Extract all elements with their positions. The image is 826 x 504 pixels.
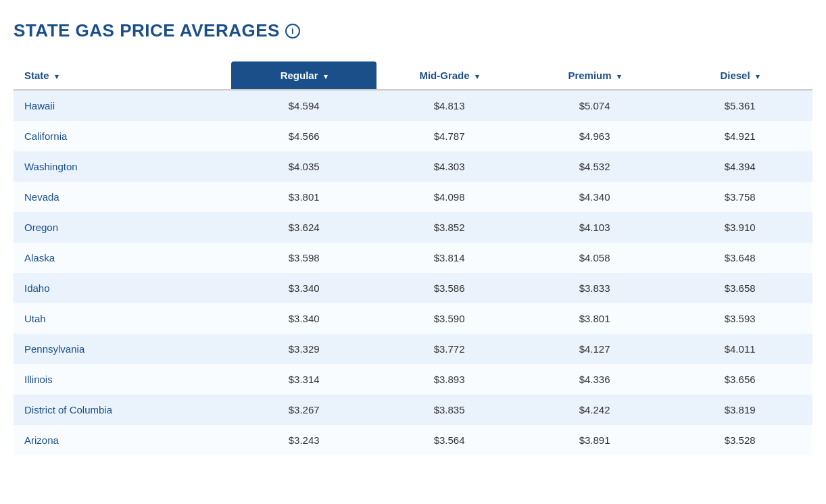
regular-price-cell: $3.340 <box>231 303 376 334</box>
col-state[interactable]: State ▾ <box>14 61 231 90</box>
table-header-row: State ▾ Regular ▾ Mid-Grade ▾ Premium ▾ … <box>14 61 812 90</box>
midgrade-price-cell: $3.590 <box>376 303 522 334</box>
state-cell[interactable]: Illinois <box>14 364 231 395</box>
diesel-price-cell: $3.758 <box>667 182 812 212</box>
col-premium[interactable]: Premium ▾ <box>522 61 667 90</box>
col-midgrade[interactable]: Mid-Grade ▾ <box>376 61 522 90</box>
midgrade-price-cell: $3.586 <box>376 273 522 303</box>
midgrade-price-cell: $3.893 <box>376 364 522 395</box>
midgrade-price-cell: $3.835 <box>376 395 522 425</box>
diesel-price-cell: $4.921 <box>667 121 812 151</box>
regular-price-cell: $3.314 <box>231 364 376 395</box>
table-row: Oregon$3.624$3.852$4.103$3.910 <box>14 212 812 243</box>
regular-price-cell: $4.566 <box>231 121 376 151</box>
premium-price-cell: $3.833 <box>522 273 667 303</box>
regular-price-cell: $3.243 <box>231 425 376 455</box>
table-row: Idaho$3.340$3.586$3.833$3.658 <box>14 273 812 303</box>
table-row: Nevada$3.801$4.098$4.340$3.758 <box>14 182 812 212</box>
state-cell[interactable]: Arizona <box>14 425 231 455</box>
table-row: Arizona$3.243$3.564$3.891$3.528 <box>14 425 812 455</box>
state-sort-icon: ▾ <box>55 72 59 81</box>
midgrade-price-cell: $4.787 <box>376 121 522 151</box>
premium-price-cell: $4.963 <box>522 121 667 151</box>
state-cell[interactable]: Nevada <box>14 182 231 212</box>
premium-price-cell: $4.532 <box>522 151 667 182</box>
midgrade-price-cell: $4.813 <box>376 90 522 121</box>
premium-price-cell: $4.336 <box>522 364 667 395</box>
diesel-price-cell: $5.361 <box>667 90 812 121</box>
premium-price-cell: $5.074 <box>522 90 667 121</box>
premium-price-cell: $4.058 <box>522 243 667 273</box>
col-diesel[interactable]: Diesel ▾ <box>667 61 812 90</box>
midgrade-price-cell: $3.772 <box>376 334 522 364</box>
diesel-sort-icon: ▾ <box>756 72 760 81</box>
diesel-price-cell: $3.819 <box>667 395 812 425</box>
regular-price-cell: $3.801 <box>231 182 376 212</box>
table-row: Washington$4.035$4.303$4.532$4.394 <box>14 151 812 182</box>
midgrade-price-cell: $3.852 <box>376 212 522 243</box>
state-cell[interactable]: Alaska <box>14 243 231 273</box>
state-cell[interactable]: Oregon <box>14 212 231 243</box>
regular-price-cell: $4.594 <box>231 90 376 121</box>
diesel-price-cell: $4.394 <box>667 151 812 182</box>
premium-price-cell: $4.127 <box>522 334 667 364</box>
midgrade-price-cell: $4.098 <box>376 182 522 212</box>
table-row: Pennsylvania$3.329$3.772$4.127$4.011 <box>14 334 812 364</box>
diesel-price-cell: $3.656 <box>667 364 812 395</box>
premium-price-cell: $3.891 <box>522 425 667 455</box>
regular-price-cell: $3.267 <box>231 395 376 425</box>
premium-price-cell: $4.103 <box>522 212 667 243</box>
gas-price-table: State ▾ Regular ▾ Mid-Grade ▾ Premium ▾ … <box>14 61 812 455</box>
state-cell[interactable]: Utah <box>14 303 231 334</box>
diesel-price-cell: $3.648 <box>667 243 812 273</box>
state-cell[interactable]: District of Columbia <box>14 395 231 425</box>
midgrade-sort-icon: ▾ <box>475 72 479 81</box>
midgrade-price-cell: $4.303 <box>376 151 522 182</box>
regular-price-cell: $3.598 <box>231 243 376 273</box>
state-cell[interactable]: Washington <box>14 151 231 182</box>
diesel-price-cell: $3.658 <box>667 273 812 303</box>
diesel-price-cell: $4.011 <box>667 334 812 364</box>
regular-price-cell: $3.329 <box>231 334 376 364</box>
midgrade-price-cell: $3.564 <box>376 425 522 455</box>
table-row: Illinois$3.314$3.893$4.336$3.656 <box>14 364 812 395</box>
regular-price-cell: $4.035 <box>231 151 376 182</box>
table-row: District of Columbia$3.267$3.835$4.242$3… <box>14 395 812 425</box>
table-row: Alaska$3.598$3.814$4.058$3.648 <box>14 243 812 273</box>
regular-sort-icon: ▾ <box>324 72 328 81</box>
premium-price-cell: $4.340 <box>522 182 667 212</box>
diesel-price-cell: $3.910 <box>667 212 812 243</box>
col-regular[interactable]: Regular ▾ <box>231 61 376 90</box>
state-cell[interactable]: Idaho <box>14 273 231 303</box>
page-title: STATE GAS PRICE AVERAGES <box>14 20 280 41</box>
state-cell[interactable]: Pennsylvania <box>14 334 231 364</box>
premium-sort-icon: ▾ <box>617 72 621 81</box>
state-cell[interactable]: California <box>14 121 231 151</box>
regular-price-cell: $3.340 <box>231 273 376 303</box>
regular-price-cell: $3.624 <box>231 212 376 243</box>
diesel-price-cell: $3.593 <box>667 303 812 334</box>
midgrade-price-cell: $3.814 <box>376 243 522 273</box>
table-row: Utah$3.340$3.590$3.801$3.593 <box>14 303 812 334</box>
state-cell[interactable]: Hawaii <box>14 90 231 121</box>
info-icon[interactable]: i <box>285 24 300 39</box>
table-row: Hawaii$4.594$4.813$5.074$5.361 <box>14 90 812 121</box>
premium-price-cell: $4.242 <box>522 395 667 425</box>
table-row: California$4.566$4.787$4.963$4.921 <box>14 121 812 151</box>
premium-price-cell: $3.801 <box>522 303 667 334</box>
diesel-price-cell: $3.528 <box>667 425 812 455</box>
